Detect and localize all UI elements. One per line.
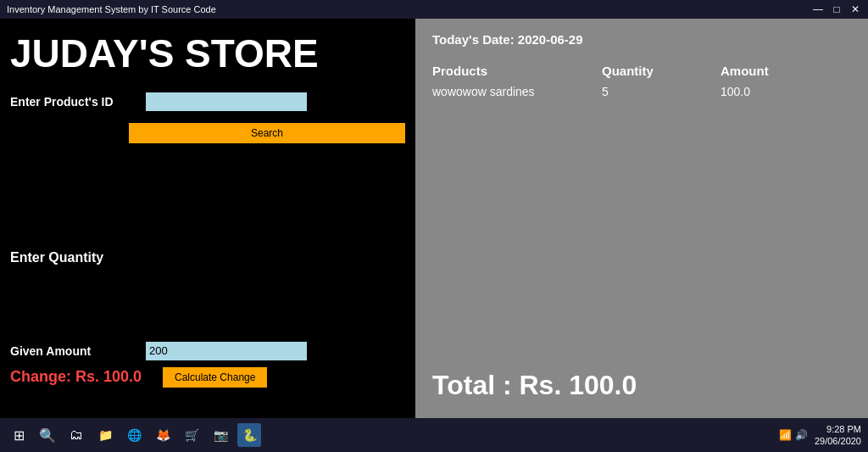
right-panel: Today's Date: 2020-06-29 Products Quanti…: [415, 19, 868, 452]
col-amount-header: Amount: [721, 64, 822, 78]
calculate-change-button[interactable]: Calculate Change: [163, 367, 267, 388]
given-amount-label: Given Amount: [10, 344, 146, 358]
cell-amount-value: 100.0: [721, 85, 822, 98]
left-panel: JUDAY'S STORE Enter Product's ID Search …: [0, 19, 415, 452]
date-display: Today's Date: 2020-06-29: [432, 32, 851, 47]
taskbar-clock: 9:28 PM 29/06/2020: [815, 423, 861, 448]
start-button[interactable]: ⊞: [7, 423, 31, 447]
title-bar: Inventory Management System by IT Source…: [0, 0, 868, 19]
col-quantity-header: Quantity: [602, 64, 721, 78]
network-icon: 📶: [779, 429, 792, 441]
minimize-button[interactable]: —: [812, 3, 824, 15]
cell-product-name: wowowow sardines: [432, 85, 602, 98]
edge-button[interactable]: 🌐: [122, 423, 146, 447]
system-tray-icons: 📶 🔊: [779, 429, 808, 441]
given-amount-row: Given Amount: [10, 342, 405, 360]
task-view-button[interactable]: 🗂: [64, 423, 88, 447]
given-amount-input[interactable]: [146, 342, 307, 360]
product-id-label: Enter Product's ID: [10, 95, 146, 109]
taskbar-right: 📶 🔊 9:28 PM 29/06/2020: [779, 423, 861, 448]
title-bar-text: Inventory Management System by IT Source…: [7, 4, 216, 14]
total-display: Total : Rs. 100.0: [432, 370, 637, 401]
volume-icon: 🔊: [795, 429, 808, 441]
search-taskbar-button[interactable]: 🔍: [36, 423, 59, 447]
quantity-label: Enter Quantity: [10, 250, 103, 265]
store-button[interactable]: 🛒: [180, 423, 203, 447]
product-id-input[interactable]: [146, 92, 307, 111]
firefox-button[interactable]: 🦊: [151, 423, 175, 447]
change-text: Change: Rs. 100.0: [10, 368, 146, 386]
close-button[interactable]: ✕: [849, 3, 861, 15]
camera-button[interactable]: 📷: [209, 423, 232, 447]
maximize-button[interactable]: □: [831, 3, 843, 15]
table-row: wowowow sardines 5 100.0: [432, 85, 851, 98]
explorer-button[interactable]: 📁: [93, 423, 117, 447]
search-button[interactable]: Search: [129, 123, 405, 143]
app-container: JUDAY'S STORE Enter Product's ID Search …: [0, 19, 868, 452]
change-row: Change: Rs. 100.0 Calculate Change: [10, 367, 405, 388]
table-header: Products Quantity Amount: [432, 64, 851, 78]
col-products-header: Products: [432, 64, 602, 78]
taskbar-date-display: 29/06/2020: [815, 435, 861, 447]
python-button[interactable]: 🐍: [237, 423, 261, 447]
store-title: JUDAY'S STORE: [10, 32, 405, 75]
title-bar-controls: — □ ✕: [812, 3, 861, 15]
taskbar-time-display: 9:28 PM: [815, 423, 861, 435]
quantity-section: Enter Quantity: [10, 250, 405, 265]
cell-quantity-value: 5: [602, 85, 721, 98]
taskbar-left: ⊞ 🔍 🗂 📁 🌐 🦊 🛒 📷 🐍: [7, 423, 261, 447]
taskbar: ⊞ 🔍 🗂 📁 🌐 🦊 🛒 📷 🐍 📶 🔊 9:28 PM 29/06/2020: [0, 418, 868, 452]
product-id-row: Enter Product's ID: [10, 92, 405, 111]
